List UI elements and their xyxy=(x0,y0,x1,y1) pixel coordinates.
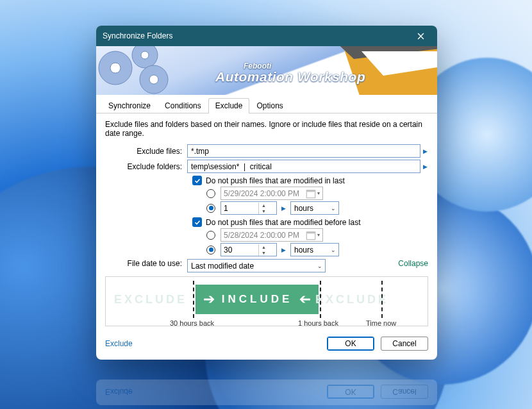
cancel-button[interactable]: Cancel xyxy=(381,337,428,351)
timeline-label-1h: 1 hours back xyxy=(298,319,338,327)
num2-field[interactable]: ▲▼ xyxy=(220,243,277,256)
radio-num2[interactable] xyxy=(206,246,215,255)
date1-value: 5/29/2024 2:00:00 PM xyxy=(224,189,299,198)
tab-description: Exclude files and folders based on their… xyxy=(105,120,428,138)
date2-value: 5/28/2024 2:00:00 PM xyxy=(224,231,299,240)
tab-exclude[interactable]: Exclude xyxy=(208,98,250,113)
timeline-diagram: EXCLUDE ➔ INCLUDE ➔ EXCLUDE 30 hours bac… xyxy=(105,276,428,326)
dash-marker xyxy=(193,281,194,318)
file-date-select[interactable]: Last modified date ⌄ xyxy=(187,259,326,272)
footer-link[interactable]: Exclude xyxy=(105,339,133,348)
svg-point-3 xyxy=(141,51,149,59)
checkmark-icon xyxy=(194,219,201,226)
label-exclude-files: Exclude files: xyxy=(105,147,187,156)
footer: Exclude OK Cancel xyxy=(96,330,437,360)
radio-num1[interactable] xyxy=(206,204,215,213)
radio-date1[interactable] xyxy=(206,189,215,198)
timeline-label-30h: 30 hours back xyxy=(170,319,214,327)
expand-num2-button[interactable]: ▶ xyxy=(279,243,288,256)
timeline-label-now: Time now xyxy=(366,319,396,327)
exclude-folders-input[interactable] xyxy=(187,160,420,173)
chevron-down-icon: ⌄ xyxy=(331,205,336,212)
brand: Febooti Automation Workshop xyxy=(215,63,365,85)
expand-exclude-folders-button[interactable]: ▶ xyxy=(422,163,428,170)
num2-spinner[interactable]: ▲▼ xyxy=(258,244,269,256)
file-date-value: Last modified date xyxy=(191,262,254,271)
chevron-down-icon: ▾ xyxy=(317,232,320,238)
tab-bar: Synchronize Conditions Exclude Options xyxy=(96,95,437,113)
num1-spinner[interactable]: ▲▼ xyxy=(258,203,269,214)
dash-marker xyxy=(381,281,383,318)
window-title: Synchronize Folders xyxy=(103,31,410,40)
tab-conditions[interactable]: Conditions xyxy=(158,98,208,113)
tab-options[interactable]: Options xyxy=(249,98,290,113)
tab-synchronize[interactable]: Synchronize xyxy=(101,98,158,113)
checkbox-modified-in-last[interactable] xyxy=(192,176,202,185)
titlebar: Synchronize Folders xyxy=(96,26,437,46)
brand-small: Febooti xyxy=(244,63,365,69)
expand-num1-button[interactable]: ▶ xyxy=(279,201,288,215)
collapse-link[interactable]: Collapse xyxy=(398,259,428,272)
checkbox-modified-before-last-label: Do not push files that are modified befo… xyxy=(206,218,360,227)
exclude-files-input[interactable] xyxy=(187,144,420,158)
tab-content: Exclude files and folders based on their… xyxy=(96,113,437,330)
calendar-icon xyxy=(306,230,316,240)
chevron-down-icon: ▾ xyxy=(317,190,320,196)
chevron-down-icon: ⌄ xyxy=(331,247,336,253)
arrow-left-icon: ➔ xyxy=(296,291,311,308)
unit2-select[interactable]: hours ⌄ xyxy=(290,243,339,256)
banner: Febooti Automation Workshop xyxy=(96,46,437,95)
checkbox-modified-in-last-label: Do not push files that are modified in l… xyxy=(206,176,345,185)
date1-field[interactable]: 5/29/2024 2:00:00 PM ▾ xyxy=(220,187,323,200)
unit2-value: hours xyxy=(294,246,313,255)
unit1-select[interactable]: hours ⌄ xyxy=(290,201,339,215)
ok-button[interactable]: OK xyxy=(327,337,374,351)
chevron-down-icon: ⌄ xyxy=(317,263,322,269)
label-file-date: File date to use: xyxy=(105,259,187,272)
num1-field[interactable]: ▲▼ xyxy=(220,201,277,215)
zone-exclude-right: EXCLUDE xyxy=(324,285,380,314)
dash-marker xyxy=(320,281,321,318)
arrow-right-icon: ➔ xyxy=(203,291,218,308)
close-icon xyxy=(417,33,424,40)
svg-point-5 xyxy=(149,75,158,84)
num2-input[interactable] xyxy=(221,244,258,256)
checkmark-icon xyxy=(194,178,201,184)
gears-icon xyxy=(96,46,218,95)
zone-include: ➔ INCLUDE ➔ xyxy=(195,285,319,314)
expand-exclude-files-button[interactable]: ▶ xyxy=(422,148,428,154)
date2-field[interactable]: 5/28/2024 2:00:00 PM ▾ xyxy=(220,228,323,242)
checkbox-modified-before-last[interactable] xyxy=(192,217,202,227)
zone-exclude-left: EXCLUDE xyxy=(111,285,190,314)
calendar-icon xyxy=(306,188,316,199)
zone-include-label: INCLUDE xyxy=(222,293,293,306)
radio-date2[interactable] xyxy=(206,231,215,240)
dialog-window: Synchronize Folders Febooti Automation W… xyxy=(96,26,437,360)
brand-big: Automation Workshop xyxy=(215,69,365,84)
unit1-value: hours xyxy=(294,204,313,213)
close-button[interactable] xyxy=(410,26,431,46)
num1-input[interactable] xyxy=(221,202,258,214)
label-exclude-folders: Exclude folders: xyxy=(105,162,187,171)
svg-rect-10 xyxy=(306,190,315,192)
svg-rect-12 xyxy=(306,231,315,233)
svg-point-1 xyxy=(110,63,121,73)
